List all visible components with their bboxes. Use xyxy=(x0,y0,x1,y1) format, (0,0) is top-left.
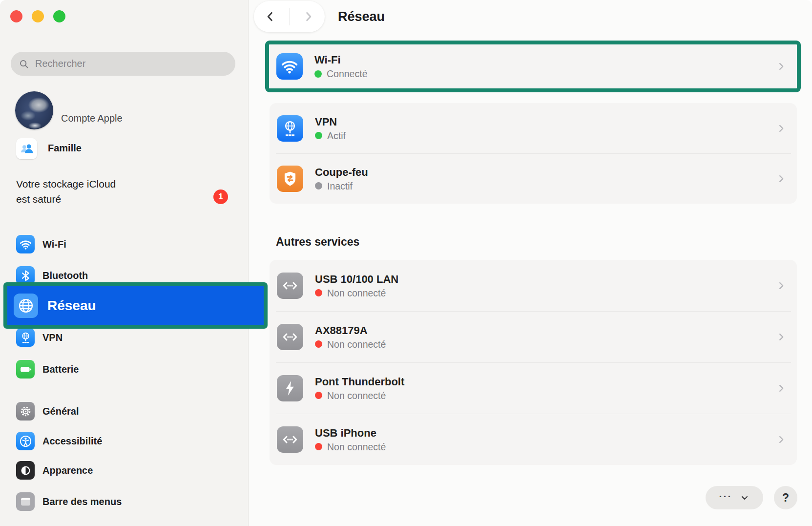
thunderbolt-bridge-row[interactable]: Pont Thunderbolt Non connecté xyxy=(270,362,797,414)
apple-account-label[interactable]: Compte Apple xyxy=(61,113,123,124)
sidebar-item-label: Bluetooth xyxy=(42,270,88,281)
vpn-icon xyxy=(16,328,35,347)
search-field[interactable] xyxy=(11,52,235,76)
status-dot-red xyxy=(315,289,322,296)
search-icon xyxy=(19,59,29,69)
row-status: Actif xyxy=(327,130,346,141)
chevron-right-icon xyxy=(776,383,787,394)
ethernet-icon xyxy=(277,324,303,350)
sidebar-item-label: Wi-Fi xyxy=(42,239,66,250)
sidebar-item-wifi[interactable]: Wi-Fi xyxy=(16,234,66,254)
ethernet-icon xyxy=(277,426,303,453)
sidebar-item-label: Batterie xyxy=(42,364,79,375)
vpn-row[interactable]: VPN Actif xyxy=(270,103,797,153)
page-title: Réseau xyxy=(338,9,385,24)
chevron-right-icon xyxy=(776,280,787,291)
row-title: USB iPhone xyxy=(315,427,386,439)
sidebar-item-famille[interactable]: Famille xyxy=(48,143,82,154)
people-icon xyxy=(19,141,35,157)
chevron-right-icon xyxy=(776,123,787,134)
sidebar-item-label: Accessibilité xyxy=(42,436,102,447)
sidebar-item-apparence[interactable]: Apparence xyxy=(16,461,93,480)
battery-icon xyxy=(16,360,35,379)
row-status: Non connecté xyxy=(327,339,386,350)
row-title: Wi-Fi xyxy=(314,54,367,66)
close-button[interactable] xyxy=(10,10,22,22)
row-title: USB 10/100 LAN xyxy=(315,273,398,285)
chevron-right-icon xyxy=(776,332,787,342)
icloud-storage-alert[interactable]: Votre stockage iCloud est saturé xyxy=(16,176,182,207)
firewall-shield-icon xyxy=(277,166,303,192)
chevron-right-icon xyxy=(776,61,787,72)
gear-icon xyxy=(16,402,35,421)
row-status: Non connecté xyxy=(327,288,386,298)
chevron-right-icon xyxy=(776,173,787,184)
row-status: Inactif xyxy=(327,181,353,191)
sidebar-item-batterie[interactable]: Batterie xyxy=(16,359,79,379)
back-button[interactable] xyxy=(264,10,276,23)
wifi-icon xyxy=(16,235,35,253)
section-title: Autres services xyxy=(276,235,359,249)
ax88179a-row[interactable]: AX88179A Non connecté xyxy=(270,311,797,362)
sidebar-item-accessibilite[interactable]: Accessibilité xyxy=(16,431,102,451)
wifi-row-annotation: Wi-Fi Connecté xyxy=(265,41,801,92)
status-dot-green xyxy=(315,132,322,139)
thunderbolt-icon xyxy=(277,375,303,401)
row-title: AX88179A xyxy=(315,324,386,337)
minimize-button[interactable] xyxy=(32,10,44,22)
nav-divider xyxy=(289,8,290,25)
vpn-icon xyxy=(277,115,303,142)
sidebar-item-label: Réseau xyxy=(47,298,96,314)
icloud-alert-line1: Votre stockage iCloud xyxy=(16,176,182,191)
row-title: Pont Thunderbolt xyxy=(315,376,404,388)
avatar[interactable] xyxy=(15,91,53,129)
status-dot-green xyxy=(314,70,322,78)
appearance-icon xyxy=(16,461,35,480)
row-title: Coupe-feu xyxy=(315,166,368,178)
menu-bar-icon xyxy=(16,492,35,511)
ethernet-icon xyxy=(277,273,303,299)
help-button[interactable]: ? xyxy=(774,486,797,509)
row-status: Non connecté xyxy=(327,390,386,401)
chevron-right-icon xyxy=(776,434,787,445)
status-dot-red xyxy=(315,340,322,348)
status-dot-gray xyxy=(315,182,322,189)
sidebar-item-reseau-selected-annotation[interactable]: Réseau xyxy=(3,282,268,329)
icloud-alert-line2: est saturé xyxy=(16,191,182,207)
sidebar-item-general[interactable]: Général xyxy=(16,401,79,421)
network-globe-icon xyxy=(14,294,38,318)
family-icon[interactable] xyxy=(16,138,37,159)
other-services-card: USB 10/100 LAN Non connecté AX88179A Non… xyxy=(270,260,797,465)
nav-controls xyxy=(254,1,325,32)
search-input[interactable] xyxy=(34,58,222,70)
sidebar-item-vpn[interactable]: VPN xyxy=(16,328,62,347)
row-status: Connecté xyxy=(327,68,367,79)
sidebar-item-barre-des-menus[interactable]: Barre des menus xyxy=(16,492,122,511)
accessibility-icon xyxy=(16,432,35,450)
network-services-card: VPN Actif Coupe-feu Inactif xyxy=(270,103,797,204)
forward-button[interactable] xyxy=(302,10,315,23)
wifi-icon xyxy=(276,53,303,80)
chevron-down-icon xyxy=(740,493,750,503)
more-options-button[interactable]: ··· xyxy=(706,486,763,509)
status-dot-red xyxy=(315,443,322,450)
firewall-row[interactable]: Coupe-feu Inactif xyxy=(270,153,797,204)
sidebar-item-label: Général xyxy=(42,406,79,417)
system-settings-window: Compte Apple Famille Votre stockage iClo… xyxy=(0,0,812,526)
sidebar-item-label: Apparence xyxy=(42,465,93,476)
question-mark-icon: ? xyxy=(782,491,789,505)
wifi-row[interactable]: Wi-Fi Connecté xyxy=(269,44,797,88)
usb-lan-row[interactable]: USB 10/100 LAN Non connecté xyxy=(270,260,797,311)
row-status: Non connecté xyxy=(327,442,386,452)
sidebar: Compte Apple Famille Votre stockage iClo… xyxy=(0,0,249,526)
row-title: VPN xyxy=(315,116,346,128)
ellipsis-icon: ··· xyxy=(719,491,732,501)
status-dot-red xyxy=(315,392,322,399)
usb-iphone-row[interactable]: USB iPhone Non connecté xyxy=(270,414,797,465)
sidebar-item-label: VPN xyxy=(42,332,62,343)
notification-badge: 1 xyxy=(213,189,228,204)
sidebar-item-label: Barre des menus xyxy=(42,496,122,507)
zoom-button[interactable] xyxy=(53,10,65,22)
